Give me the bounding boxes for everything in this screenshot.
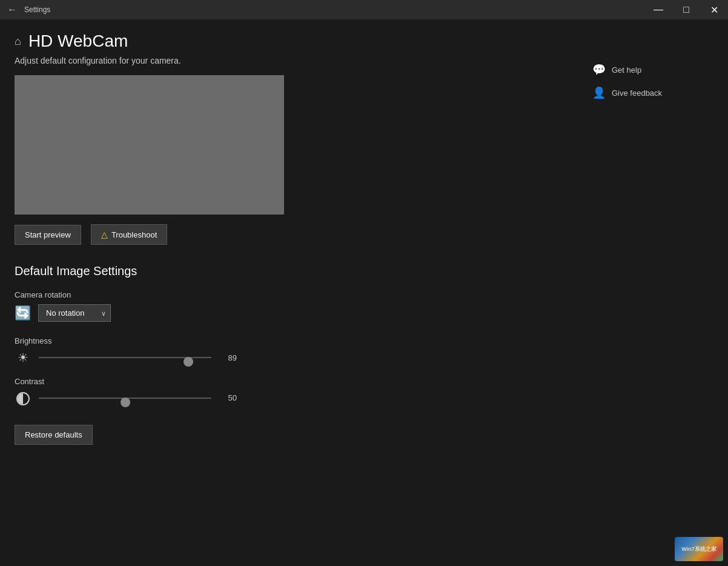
brightness-slider-row: ☀ 89 <box>15 350 592 365</box>
brightness-section: Brightness ☀ 89 <box>15 336 592 365</box>
brightness-label: Brightness <box>15 336 592 345</box>
home-icon[interactable]: ⌂ <box>15 35 21 48</box>
page-header: ⌂ HD WebCam <box>0 19 728 56</box>
contrast-icon <box>15 391 31 405</box>
contrast-slider-row: 50 <box>15 391 592 405</box>
maximize-button[interactable]: □ <box>672 0 700 19</box>
page-title: HD WebCam <box>28 32 128 51</box>
camera-preview <box>15 75 284 215</box>
start-preview-button[interactable]: Start preview <box>15 225 81 245</box>
watermark: Win7系统之家 <box>675 537 723 561</box>
get-help-link[interactable]: 💬 Get help <box>592 61 713 79</box>
minimize-button[interactable]: — <box>644 0 672 19</box>
page-subtitle: Adjust default configuration for your ca… <box>15 56 592 65</box>
close-button[interactable]: ✕ <box>700 0 728 19</box>
get-help-icon: 💬 <box>592 63 606 76</box>
app-container: ⌂ HD WebCam Adjust default configuration… <box>0 19 728 566</box>
warning-icon: △ <box>101 230 108 239</box>
contrast-value: 50 <box>219 393 237 402</box>
camera-rotation-label: Camera rotation <box>15 290 592 299</box>
contrast-circle-icon <box>16 392 30 405</box>
give-feedback-link[interactable]: 👤 Give feedback <box>592 84 713 102</box>
main-content: Adjust default configuration for your ca… <box>15 56 592 566</box>
content-area: Adjust default configuration for your ca… <box>0 56 728 566</box>
title-bar-left: ← Settings <box>5 4 50 15</box>
contrast-slider-container <box>39 392 211 404</box>
brightness-value: 89 <box>219 353 237 362</box>
title-bar: ← Settings — □ ✕ <box>0 0 728 19</box>
title-bar-controls: — □ ✕ <box>644 0 728 19</box>
give-feedback-icon: 👤 <box>592 86 606 99</box>
restore-defaults-button[interactable]: Restore defaults <box>15 425 93 445</box>
brightness-slider-container <box>39 351 211 364</box>
contrast-slider[interactable] <box>39 392 211 404</box>
rotation-select-wrapper: No rotation90°180°270° <box>38 304 111 322</box>
camera-rotation-section: Camera rotation 🔄 No rotation90°180°270° <box>15 290 592 322</box>
buttons-row: Start preview △ Troubleshoot <box>15 224 592 245</box>
rotation-camera-icon: 🔄 <box>15 305 31 321</box>
title-bar-title: Settings <box>24 5 50 14</box>
troubleshoot-button[interactable]: △ Troubleshoot <box>91 224 167 245</box>
contrast-section: Contrast 50 <box>15 377 592 405</box>
brightness-slider[interactable] <box>39 351 211 364</box>
rotation-select[interactable]: No rotation90°180°270° <box>38 304 111 322</box>
right-sidebar: 💬 Get help 👤 Give feedback <box>592 56 713 566</box>
rotation-row: 🔄 No rotation90°180°270° <box>15 304 592 322</box>
give-feedback-label: Give feedback <box>612 88 662 98</box>
section-title: Default Image Settings <box>15 264 592 278</box>
contrast-label: Contrast <box>15 377 592 386</box>
brightness-icon: ☀ <box>15 350 31 365</box>
back-button[interactable]: ← <box>5 4 19 15</box>
get-help-label: Get help <box>612 65 641 75</box>
